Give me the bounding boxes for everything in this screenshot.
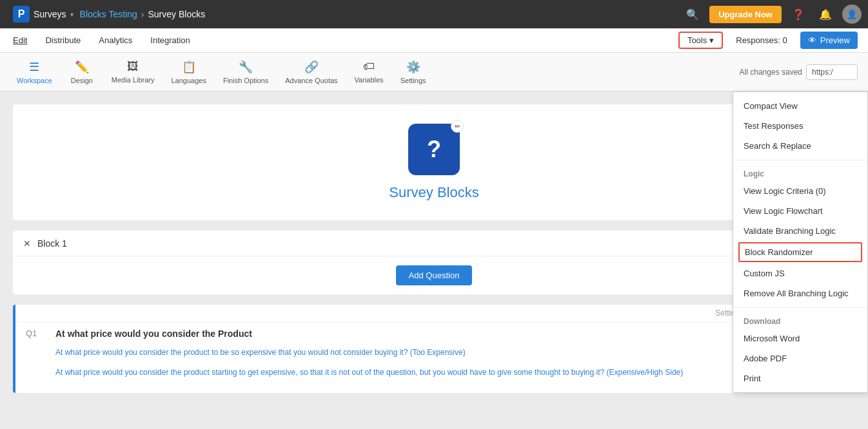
url-box[interactable]: https:/ xyxy=(806,64,858,80)
advance-quotas-icon: 🔗 xyxy=(304,60,319,74)
edit-logo-button[interactable]: ✏ xyxy=(451,120,464,133)
nav-distribute[interactable]: Distribute xyxy=(43,30,83,50)
block-body: Add Question xyxy=(13,256,855,294)
top-nav: P Surveys ▾ Blocks Testing › Survey Bloc… xyxy=(0,0,868,28)
finish-options-icon: 🔧 xyxy=(239,60,253,74)
search-button[interactable]: 🔍 xyxy=(682,4,703,24)
all-changes-saved: All changes saved xyxy=(740,68,802,77)
question-title: At what price would you consider the Pro… xyxy=(55,329,845,339)
preview-button[interactable]: 👁 Preview xyxy=(800,32,858,49)
settings-label: Settings xyxy=(400,77,426,84)
workspace-label: Workspace xyxy=(17,77,52,84)
tools-wrapper: Tools ▾ xyxy=(678,32,723,49)
nav-integration[interactable]: Integration xyxy=(148,30,192,50)
download-section-title: Download xyxy=(733,312,867,329)
block-container: ✕ Block 1 ⋮ Add Question xyxy=(13,231,855,294)
toolbar-languages[interactable]: 📋 Languages xyxy=(164,57,212,87)
preview-label: Preview xyxy=(820,35,850,45)
tools-button[interactable]: Tools ▾ xyxy=(678,32,723,49)
question-actions: Settings Copy Logic Preview ⋮ xyxy=(15,305,855,322)
eye-icon: 👁 xyxy=(808,35,816,45)
logic-section-title: Logic xyxy=(733,164,867,181)
toolbar-workspace[interactable]: ☰ Workspace xyxy=(10,57,59,87)
block-randomizer-item[interactable]: Block Randomizer xyxy=(738,242,862,262)
settings-icon: ⚙️ xyxy=(406,60,420,74)
breadcrumb-blocks-testing[interactable]: Blocks Testing xyxy=(80,9,137,19)
toolbar-finish-options[interactable]: 🔧 Finish Options xyxy=(217,57,275,87)
finish-options-label: Finish Options xyxy=(223,77,268,84)
toolbar-advance-quotas[interactable]: 🔗 Advance Quotas xyxy=(279,57,344,87)
toolbar-settings[interactable]: ⚙️ Settings xyxy=(394,57,433,87)
test-responses-item[interactable]: Test Responses xyxy=(733,116,867,136)
main-content: ? ✏ Survey Blocks ✕ Block 1 ⋮ Add Questi… xyxy=(0,91,868,429)
variables-icon: 🏷 xyxy=(363,60,375,73)
block-name: Block 1 xyxy=(37,238,828,249)
dropdown-section-logic: Logic View Logic Criteria (0) View Logic… xyxy=(733,160,867,308)
tools-dropdown-menu: Compact View Test Responses Search & Rep… xyxy=(733,91,868,393)
custom-js-item[interactable]: Custom JS xyxy=(733,263,867,283)
dropdown-section-download: Download Microsoft Word Adobe PDF Print xyxy=(733,308,867,392)
option-1-text: At what price would you consider the pro… xyxy=(55,347,731,358)
adobe-pdf-item[interactable]: Adobe PDF xyxy=(733,348,867,368)
question-option-1: At what price would you consider the pro… xyxy=(55,347,845,359)
brand-logo[interactable]: P Surveys ▾ xyxy=(6,6,80,23)
design-label: Design xyxy=(71,77,93,84)
add-question-button[interactable]: Add Question xyxy=(396,265,473,285)
nav-right: 🔍 Upgrade Now ❓ 🔔 👤 xyxy=(682,4,862,24)
tools-caret-icon: ▾ xyxy=(709,35,714,45)
design-icon: ✏️ xyxy=(75,60,89,74)
second-nav: Edit Distribute Analytics Integration To… xyxy=(0,28,868,53)
toolbar-variables[interactable]: 🏷 Variables xyxy=(348,57,390,86)
breadcrumb: Blocks Testing › Survey Blocks xyxy=(80,9,683,19)
question-card: Settings Copy Logic Preview ⋮ Q1 At what… xyxy=(13,305,855,393)
media-library-label: Media Library xyxy=(112,76,155,84)
block-collapse-button[interactable]: ✕ xyxy=(23,238,31,249)
nav-analytics[interactable]: Analytics xyxy=(96,30,135,50)
avatar[interactable]: 👤 xyxy=(842,5,862,24)
toolbar-media-library[interactable]: 🖼 Media Library xyxy=(105,57,161,86)
survey-logo: ? ✏ xyxy=(408,124,460,175)
remove-branching-item[interactable]: Remove All Branching Logic xyxy=(733,283,867,303)
brand-icon: P xyxy=(13,6,30,23)
breadcrumb-separator: › xyxy=(141,9,144,19)
search-replace-item[interactable]: Search & Replace xyxy=(733,136,867,156)
toolbar: ☰ Workspace ✏️ Design 🖼 Media Library 📋 … xyxy=(0,53,868,91)
validate-branching-item[interactable]: Validate Branching Logic xyxy=(733,221,867,241)
tools-label: Tools xyxy=(687,35,707,45)
brand-caret: ▾ xyxy=(70,11,74,18)
question-content: At what price would you consider the Pro… xyxy=(55,329,845,386)
option-2-text: At what price would you consider the pro… xyxy=(55,367,731,378)
languages-label: Languages xyxy=(171,77,206,84)
variables-label: Variables xyxy=(355,76,384,84)
dropdown-section-top: Compact View Test Responses Search & Rep… xyxy=(733,92,867,160)
compact-view-item[interactable]: Compact View xyxy=(733,96,867,116)
help-button[interactable]: ❓ xyxy=(788,4,809,24)
upgrade-now-button[interactable]: Upgrade Now xyxy=(709,6,782,23)
block-header: ✕ Block 1 ⋮ xyxy=(13,231,855,256)
survey-header-card: ? ✏ Survey Blocks xyxy=(13,104,855,220)
nav-edit[interactable]: Edit xyxy=(10,30,30,50)
survey-logo-icon: ? xyxy=(427,136,441,163)
notifications-button[interactable]: 🔔 xyxy=(815,4,836,24)
view-logic-criteria-item[interactable]: View Logic Criteria (0) xyxy=(733,181,867,201)
languages-icon: 📋 xyxy=(182,60,196,74)
survey-title: Survey Blocks xyxy=(389,184,478,201)
question-option-2: At what price would you consider the pro… xyxy=(55,367,845,379)
advance-quotas-label: Advance Quotas xyxy=(285,77,337,84)
workspace-icon: ☰ xyxy=(29,60,39,74)
question-number: Q1 xyxy=(26,329,45,386)
media-library-icon: 🖼 xyxy=(127,60,139,73)
toolbar-design[interactable]: ✏️ Design xyxy=(63,57,101,87)
print-item[interactable]: Print xyxy=(733,368,867,388)
question-row: Q1 At what price would you consider the … xyxy=(15,322,855,393)
view-logic-flowchart-item[interactable]: View Logic Flowchart xyxy=(733,201,867,221)
brand-name: Surveys xyxy=(34,9,66,19)
breadcrumb-current: Survey Blocks xyxy=(148,9,205,19)
microsoft-word-item[interactable]: Microsoft Word xyxy=(733,329,867,348)
responses-label: Responses: 0 xyxy=(736,35,787,45)
